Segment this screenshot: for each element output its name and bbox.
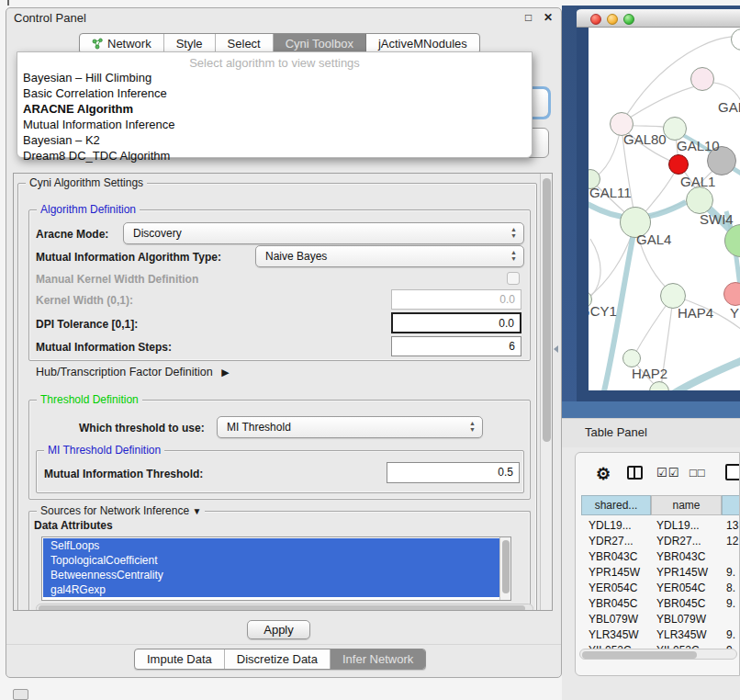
table-row[interactable]: YBR043C: [589, 550, 637, 563]
table-hscrollbar-thumb[interactable]: [582, 651, 697, 659]
mi-threshold-field[interactable]: 0.5: [387, 462, 520, 483]
gear-icon[interactable]: ⚙: [596, 464, 611, 484]
table-row[interactable]: YPR145W: [656, 566, 708, 579]
table-panel-box: ⚙ ☑☑ □□ shared... name YDL19... YDL19...…: [575, 452, 740, 676]
table-hscrollbar[interactable]: [579, 649, 737, 660]
tab-discretize-data[interactable]: Discretize Data: [225, 649, 331, 669]
data-attributes-list[interactable]: SelfLoops TopologicalCoefficient Between…: [41, 536, 511, 601]
aracne-mode-combo[interactable]: Discovery ▲▼: [123, 222, 524, 244]
column-header-shared-name[interactable]: shared...: [581, 495, 651, 515]
dpi-tolerance-label: DPI Tolerance [0,1]:: [36, 318, 138, 331]
table-row[interactable]: YER054C: [589, 581, 637, 594]
table-row[interactable]: YBR045C: [589, 597, 637, 610]
table-row[interactable]: YBR045C: [656, 597, 705, 610]
tab-discretize-data-label: Discretize Data: [237, 652, 318, 666]
table-row[interactable]: 8.: [726, 581, 735, 594]
column-header-name[interactable]: name: [651, 495, 722, 515]
tab-impute-data[interactable]: Impute Data: [135, 649, 225, 669]
algorithm-option[interactable]: Bayesian – K2: [17, 132, 532, 148]
network-node[interactable]: [622, 349, 641, 367]
table-row[interactable]: 13: [726, 519, 738, 532]
manual-kernel-checkbox[interactable]: [507, 272, 520, 285]
cell: YER054C: [589, 581, 637, 594]
select-all-icon[interactable]: ☑☑: [656, 466, 679, 480]
settings-scrollbar[interactable]: [540, 174, 552, 610]
table-row[interactable]: YER054C: [656, 581, 705, 594]
close-window-icon[interactable]: [590, 14, 601, 25]
table-row[interactable]: 12: [726, 535, 738, 548]
float-window-icon[interactable]: □: [525, 11, 532, 24]
attributes-hscrollbar[interactable]: [36, 604, 533, 611]
tab-style[interactable]: Style: [164, 34, 216, 53]
tab-jactivemnodules[interactable]: jActiveMNodules: [366, 34, 479, 53]
algorithm-option-selected[interactable]: ARACNE Algorithm: [17, 101, 532, 117]
mi-steps-field[interactable]: 6: [391, 336, 521, 356]
tab-network[interactable]: Network: [80, 34, 164, 53]
column-header-clipped[interactable]: [722, 495, 740, 515]
algorithm-option[interactable]: Basic Correlation Inference: [17, 85, 532, 101]
node-label: GAL1: [680, 174, 715, 189]
table-row[interactable]: YDR27...: [589, 535, 633, 548]
table-row[interactable]: YDL19...: [656, 519, 700, 532]
cell: YBR045C: [656, 597, 705, 610]
settings-scrollbar-thumb[interactable]: [543, 178, 551, 442]
algorithm-option[interactable]: Bayesian – Hill Climbing: [17, 70, 532, 85]
tab-select[interactable]: Select: [216, 34, 274, 53]
cell: YPR145W: [656, 566, 708, 579]
attribute-item-selected[interactable]: TopologicalCoefficient: [43, 553, 510, 568]
table-row[interactable]: 9.: [726, 628, 735, 641]
network-window[interactable]: GAL GAL80 GAL10 GAL1 GAL11 SWI4 GAL4 GCY…: [577, 7, 740, 401]
table-row[interactable]: YPR145W: [589, 566, 640, 579]
tab-infer-network[interactable]: Infer Network: [331, 649, 425, 669]
network-node[interactable]: [686, 186, 713, 214]
tab-cyni-toolbox[interactable]: Cyni Toolbox: [274, 34, 366, 53]
attributes-hscrollbar-thumb[interactable]: [39, 605, 525, 611]
table-row[interactable]: YBL079W: [656, 613, 706, 626]
split-view-icon[interactable]: [627, 466, 643, 480]
network-node-highlighted[interactable]: [668, 154, 689, 175]
kernel-width-label: Kernel Width (0,1):: [36, 294, 133, 307]
attributes-list-scrollbar-thumb[interactable]: [502, 540, 510, 593]
minimize-window-icon[interactable]: [607, 14, 618, 25]
which-threshold-combo[interactable]: MI Threshold ▲▼: [217, 416, 483, 438]
cell: 9.: [726, 628, 735, 641]
attributes-list-scrollbar[interactable]: [499, 537, 510, 600]
attribute-item-selected[interactable]: SelfLoops: [43, 538, 510, 553]
network-window-titlebar[interactable]: [577, 7, 740, 28]
table-row[interactable]: 9.: [726, 566, 735, 579]
panel-splitter-grip[interactable]: [554, 345, 558, 353]
table-row[interactable]: YBR043C: [656, 550, 705, 563]
dpi-tolerance-field[interactable]: 0.0: [391, 312, 521, 333]
network-canvas[interactable]: GAL GAL80 GAL10 GAL1 GAL11 SWI4 GAL4 GCY…: [589, 28, 740, 390]
node-label: GAL80: [623, 131, 667, 147]
table-row[interactable]: YBL079W: [589, 613, 638, 626]
mi-type-combo[interactable]: Naive Bayes ▲▼: [255, 245, 524, 267]
node-label: GCY1: [589, 303, 617, 319]
kernel-width-field[interactable]: 0.0: [391, 289, 521, 310]
table-row[interactable]: YDL19...: [589, 519, 632, 532]
mi-type-label: Mutual Information Algorithm Type:: [36, 251, 221, 264]
table-row[interactable]: YDR27...: [656, 535, 701, 548]
table-row[interactable]: YLR345W: [589, 628, 639, 641]
table-icon[interactable]: [725, 464, 740, 480]
collapse-down-icon: ▼: [192, 506, 201, 516]
zoom-window-icon[interactable]: [623, 14, 634, 25]
manual-kernel-label: Manual Kernel Width Definition: [36, 273, 198, 286]
sources-group-title[interactable]: Sources for Network Inference ▼: [37, 504, 205, 517]
close-panel-icon[interactable]: ✕: [544, 11, 553, 24]
attribute-item-selected[interactable]: gal4RGexp: [43, 582, 510, 597]
column-header-name-label: name: [672, 499, 700, 512]
tab-jactivemnodules-label: jActiveMNodules: [378, 37, 467, 51]
collapsed-panel-icon[interactable]: [13, 689, 28, 700]
deselect-all-icon[interactable]: □□: [690, 466, 706, 480]
hub-definition-expander[interactable]: Hub/Transcription Factor Definition ▶: [36, 366, 230, 378]
cell: YDR27...: [656, 535, 701, 548]
apply-button[interactable]: Apply: [247, 620, 310, 639]
network-node[interactable]: [690, 67, 714, 91]
node-label: GAL11: [589, 185, 632, 200]
algorithm-option[interactable]: Mutual Information Inference: [17, 117, 532, 132]
algorithm-option[interactable]: Dream8 DC_TDC Algorithm: [17, 148, 532, 164]
attribute-item-selected[interactable]: BetweennessCentrality: [43, 568, 510, 582]
table-row[interactable]: 9.: [726, 597, 735, 610]
table-row[interactable]: YLR345W: [656, 628, 707, 641]
